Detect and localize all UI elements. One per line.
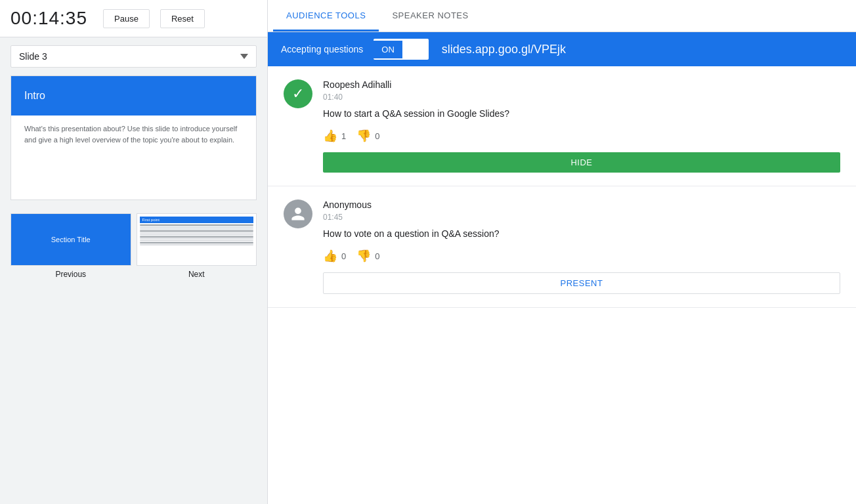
toggle-container[interactable]: ON [374,39,429,60]
line-3 [140,228,254,230]
line-1 [140,224,254,226]
downvote-button-2[interactable]: 👎 0 [356,249,379,263]
question-body-2: Anonymous 01:45 How to vote on a questio… [323,200,840,294]
upvote-count-2: 0 [341,251,346,261]
line-6 [140,234,254,236]
thumbs-up-icon-2: 👍 [323,249,337,263]
accepting-banner: Accepting questions ON slides.app.goo.gl… [268,32,856,66]
thumbs-down-icon-2: 👎 [356,249,371,263]
reset-button[interactable]: Reset [160,9,205,28]
previous-label: Previous [55,270,86,279]
slide-selector-container: Slide 3 Slide 1 Slide 2 Slide 4 [0,37,267,75]
question-text-1: How to start a Q&A session in Google Sli… [323,107,840,121]
question-item: ✓ Roopesh Adihalli 01:40 How to start a … [268,66,856,186]
pause-button[interactable]: Pause [103,9,150,28]
line-10 [140,242,254,243]
vote-row-1: 👍 1 👎 0 [323,129,840,143]
toggle-off-button[interactable] [402,45,429,53]
accepting-label: Accepting questions [281,44,363,54]
line-2 [140,226,254,228]
downvote-count-2: 0 [375,251,379,261]
tabs-bar: AUDIENCE TOOLS SPEAKER NOTES [268,0,856,32]
line-5 [140,232,254,234]
question-text-2: How to vote on a question in Q&A session… [323,227,840,241]
next-slide-header: First point [140,217,254,223]
upvote-button-2[interactable]: 👍 0 [323,249,346,263]
next-label: Next [188,270,205,279]
question-item-2: Anonymous 01:45 How to vote on a questio… [268,186,856,308]
vote-row-2: 👍 0 👎 0 [323,249,840,263]
line-7 [140,236,254,238]
right-panel: AUDIENCE TOOLS SPEAKER NOTES Accepting q… [268,0,856,504]
next-slide-image: First point [137,213,257,266]
question-author-1: Roopesh Adihalli [323,79,840,90]
present-button[interactable]: PRESENT [323,272,840,294]
thumbs-up-icon: 👍 [323,129,337,143]
upvote-button-1[interactable]: 👍 1 [323,129,346,143]
questions-list: ✓ Roopesh Adihalli 01:40 How to start a … [268,66,856,504]
slide-selector[interactable]: Slide 3 Slide 1 Slide 2 Slide 4 [11,45,257,68]
slide-navigation: Section Title Previous First point [0,203,267,289]
tab-speaker-notes[interactable]: SPEAKER NOTES [379,0,481,32]
timer-display: 00:14:35 [11,8,87,29]
line-4 [140,230,254,232]
question-time-1: 01:40 [323,93,840,102]
line-11 [140,244,254,245]
question-author-2: Anonymous [323,200,840,210]
thumbs-down-icon: 👎 [356,129,371,143]
person-icon [290,206,306,222]
check-icon: ✓ [292,85,304,102]
current-slide-preview: Intro What's this presentation about? Us… [11,75,257,200]
next-slide-thumb[interactable]: First point N [137,213,257,279]
avatar-anonymous [284,200,312,228]
upvote-count-1: 1 [341,131,346,141]
hide-button[interactable]: HIDE [323,152,840,173]
avatar-roopesh: ✓ [284,79,312,108]
line-8 [140,238,254,240]
previous-slide-thumb[interactable]: Section Title Previous [11,213,131,279]
next-slide-lines [140,224,254,245]
slide-url: slides.app.goo.gl/VPEjk [442,43,566,56]
line-9 [140,240,254,242]
slide-content: What's this presentation about? Use this… [11,116,256,153]
tab-audience-tools[interactable]: AUDIENCE TOOLS [273,0,379,32]
question-time-2: 01:45 [323,213,840,222]
left-panel: 00:14:35 Pause Reset Slide 3 Slide 1 Sli… [0,0,268,504]
prev-slide-section-title: Section Title [11,214,131,265]
downvote-count-1: 0 [375,131,379,141]
slide-title: Intro [11,76,256,116]
previous-slide-image: Section Title [11,213,131,266]
toggle-on-button[interactable]: ON [374,41,402,58]
question-body-1: Roopesh Adihalli 01:40 How to start a Q&… [323,79,840,173]
downvote-button-1[interactable]: 👎 0 [356,129,379,143]
next-slide-content-preview: First point [137,214,257,265]
timer-bar: 00:14:35 Pause Reset [0,0,267,37]
